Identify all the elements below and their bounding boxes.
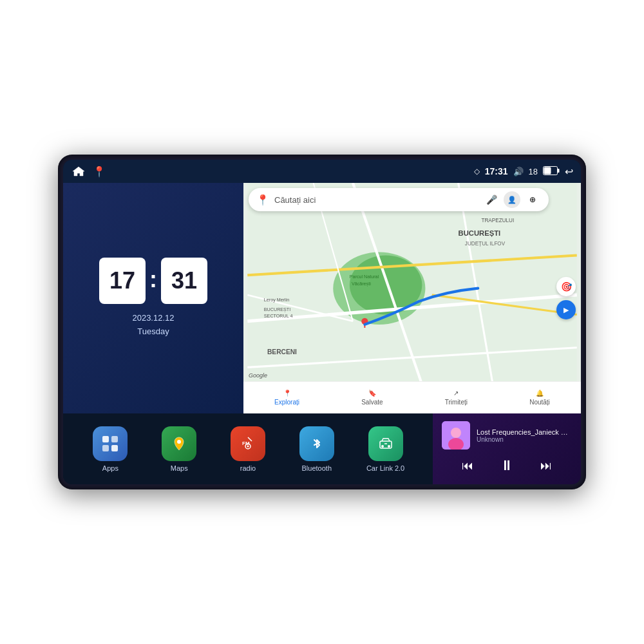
clock-hour: 17	[99, 258, 146, 304]
battery-icon	[543, 166, 560, 177]
svg-text:Văcărești: Văcărești	[352, 281, 371, 287]
google-logo: Google	[249, 372, 267, 379]
clock-display: 17 : 31	[99, 258, 207, 304]
device-screen: 📍 ◇ 17:31 🔊 18 ↩	[63, 160, 581, 484]
map-search-text: Căutați aici	[274, 195, 478, 205]
svg-text:Leroy Merlin: Leroy Merlin	[264, 298, 289, 303]
svg-rect-26	[102, 436, 109, 442]
app-item-bluetooth[interactable]: Bluetooth	[296, 426, 337, 472]
news-icon: 🔔	[536, 390, 544, 397]
clock-minute: 31	[161, 258, 207, 304]
music-text: Lost Frequencies_Janieck Devy-... Unknow…	[477, 428, 572, 443]
map-panel[interactable]: BUCUREȘTI JUDEȚUL ILFOV BERCENI UZANA TR…	[243, 183, 581, 413]
svg-point-40	[451, 428, 461, 438]
account-button[interactable]: 👤	[504, 191, 520, 208]
top-row: 17 : 31 2023.12.12 Tuesday	[63, 183, 581, 413]
svg-point-30	[177, 440, 181, 444]
svg-text:BERCENI: BERCENI	[267, 348, 297, 355]
radio-label: radio	[240, 464, 256, 472]
music-controls: ⏮ ⏸ ⏭	[442, 455, 572, 477]
voice-search-button[interactable]: 🎤	[483, 191, 500, 208]
map-right-buttons: 🎯 ▶	[556, 277, 576, 319]
prev-track-button[interactable]: ⏮	[457, 457, 478, 475]
map-navigation-bar: 📍 Explorați 🔖 Salvate ↗ Trimiteți 🔔	[243, 381, 581, 413]
status-left: 📍	[71, 165, 106, 178]
svg-point-37	[388, 445, 390, 448]
play-pause-button[interactable]: ⏸	[495, 455, 519, 477]
svg-text:BUCUREȘTI: BUCUREȘTI	[264, 307, 290, 312]
svg-rect-28	[102, 445, 109, 451]
bluetooth-app-icon	[299, 426, 334, 461]
app-item-radio[interactable]: FM radio	[227, 426, 269, 472]
map-nav-share[interactable]: ↗ Trimiteți	[439, 387, 474, 408]
svg-text:Parcul Natural: Parcul Natural	[350, 274, 379, 279]
carlink-label: Car Link 2.0	[366, 464, 404, 472]
map-nav-news[interactable]: 🔔 Noutăți	[523, 387, 556, 408]
svg-rect-27	[111, 436, 118, 442]
app-item-maps[interactable]: Maps	[158, 426, 200, 472]
saved-icon: 🔖	[368, 390, 376, 397]
share-icon: ↗	[453, 390, 459, 397]
time-display: 17:31	[485, 166, 508, 176]
maps-label: Maps	[171, 464, 188, 472]
radio-icon: FM	[231, 426, 265, 461]
music-info: Lost Frequencies_Janieck Devy-... Unknow…	[442, 421, 572, 450]
music-title: Lost Frequencies_Janieck Devy-...	[477, 428, 572, 436]
volume-icon: 🔊	[513, 167, 524, 176]
maps-logo-icon: 📍	[256, 194, 269, 206]
clock-colon: :	[149, 266, 157, 293]
apps-row: Apps Maps	[63, 413, 433, 484]
apps-icon	[93, 426, 128, 461]
map-nav-explore[interactable]: 📍 Explorați	[268, 387, 306, 408]
device-frame: 📍 ◇ 17:31 🔊 18 ↩	[58, 155, 586, 489]
svg-point-36	[381, 445, 384, 448]
layers-button[interactable]: ⊕	[524, 191, 541, 208]
music-panel: Lost Frequencies_Janieck Devy-... Unknow…	[433, 413, 581, 484]
main-content: 17 : 31 2023.12.12 Tuesday	[63, 183, 581, 484]
status-bar: 📍 ◇ 17:31 🔊 18 ↩	[63, 160, 581, 183]
svg-text:JUDEȚUL ILFOV: JUDEȚUL ILFOV	[465, 241, 506, 247]
status-right: ◇ 17:31 🔊 18 ↩	[474, 166, 573, 178]
app-item-apps[interactable]: Apps	[90, 426, 131, 472]
svg-text:SECTORUL 4: SECTORUL 4	[264, 314, 293, 319]
map-nav-saved[interactable]: 🔖 Salvate	[355, 387, 389, 408]
svg-rect-1	[558, 169, 560, 173]
music-artwork	[442, 421, 470, 450]
home-button[interactable]	[71, 165, 86, 178]
map-search-actions: 🎤 👤 ⊕	[483, 191, 541, 208]
bottom-row: Apps Maps	[63, 413, 581, 484]
carlink-icon	[368, 426, 403, 461]
clock-panel: 17 : 31 2023.12.12 Tuesday	[63, 183, 243, 413]
svg-text:TRAPEZULUI: TRAPEZULUI	[481, 218, 514, 223]
explore-icon: 📍	[283, 390, 291, 397]
svg-point-33	[247, 445, 249, 447]
bluetooth-label: Bluetooth	[302, 464, 332, 472]
map-search-bar[interactable]: 📍 Căutați aici 🎤 👤 ⊕	[249, 188, 549, 211]
apps-label: Apps	[102, 464, 118, 472]
svg-text:BUCUREȘTI: BUCUREȘTI	[459, 229, 501, 237]
app-item-carlink[interactable]: Car Link 2.0	[365, 426, 406, 472]
battery-level: 18	[529, 167, 538, 176]
clock-date: 2023.12.12 Tuesday	[132, 312, 174, 339]
back-button[interactable]: ↩	[565, 166, 573, 178]
location-button[interactable]: 🎯	[556, 277, 576, 296]
svg-rect-2	[544, 167, 551, 174]
next-track-button[interactable]: ⏭	[535, 457, 557, 475]
svg-rect-29	[111, 445, 118, 451]
navigate-button[interactable]: ▶	[556, 300, 576, 319]
maps-status-icon: 📍	[93, 166, 106, 178]
location-icon: ◇	[474, 167, 480, 176]
maps-app-icon	[162, 426, 196, 461]
music-artist: Unknown	[477, 436, 572, 443]
